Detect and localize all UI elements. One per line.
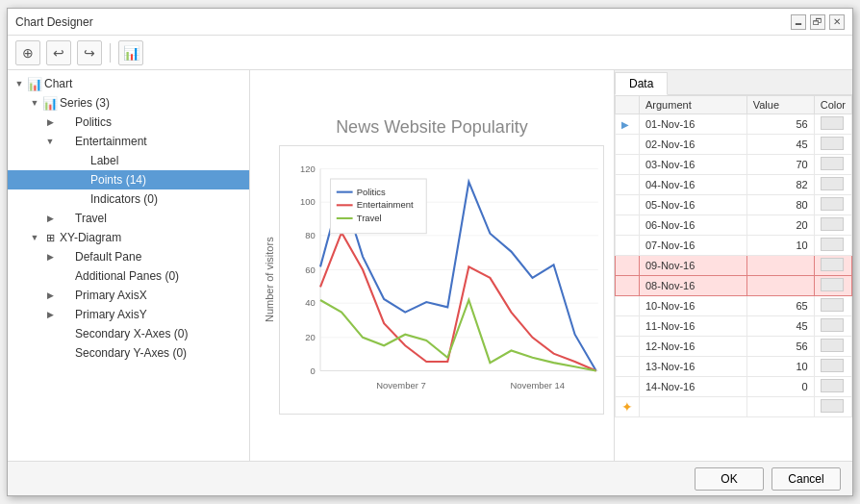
color-cell[interactable] — [814, 215, 851, 236]
color-cell[interactable] — [814, 114, 851, 135]
tree-item-politics[interactable]: ▶ Politics — [8, 113, 249, 132]
color-cell[interactable] — [814, 236, 851, 256]
color-cell[interactable] — [814, 337, 851, 357]
expand-entertainment[interactable]: ▼ — [42, 134, 58, 149]
tree-container[interactable]: ▼ 📊 Chart ▼ 📊 Series (3) ▶ Politics — [8, 70, 249, 461]
expand-xydiagram[interactable]: ▼ — [27, 230, 42, 245]
close-button[interactable]: ✕ — [829, 14, 845, 30]
row-arrow-cell — [616, 215, 640, 236]
tree-item-addpanes[interactable]: ▶ Additional Panes (0) — [8, 266, 249, 286]
value-cell: 82 — [746, 175, 814, 195]
expand-primaryx[interactable]: ▶ — [42, 288, 58, 303]
color-box[interactable] — [821, 339, 844, 352]
chart-icon-button[interactable]: 📊 — [118, 40, 143, 65]
table-row[interactable]: 02-Nov-1645 — [616, 135, 852, 155]
data-tabs: Data — [615, 70, 852, 95]
expand-primaryy[interactable]: ▶ — [42, 307, 58, 322]
color-cell[interactable] — [814, 316, 851, 337]
table-row[interactable]: 06-Nov-1620 — [616, 215, 852, 236]
tree-item-points14[interactable]: ▶ Points (14) — [8, 170, 249, 189]
argument-cell: 06-Nov-16 — [640, 215, 747, 236]
svg-text:80: 80 — [305, 229, 316, 239]
color-box[interactable] — [821, 197, 844, 211]
table-row[interactable]: 11-Nov-1645 — [616, 316, 852, 337]
color-box[interactable] — [821, 177, 844, 190]
argument-cell: 13-Nov-16 — [640, 357, 747, 377]
row-arrow-cell — [616, 276, 640, 296]
ok-button[interactable]: OK — [695, 467, 764, 491]
color-cell[interactable] — [814, 256, 851, 276]
tree-item-label[interactable]: ▶ Label — [8, 151, 249, 170]
tree-item-secondaryy[interactable]: ▶ Secondary Y-Axes (0) — [8, 343, 249, 363]
color-box[interactable] — [821, 116, 844, 130]
table-row[interactable]: 09-Nov-16 — [616, 256, 852, 276]
table-row[interactable]: 12-Nov-1656 — [616, 337, 852, 357]
color-cell[interactable] — [814, 175, 851, 195]
row-arrow-cell: ✦ — [616, 397, 640, 417]
color-cell[interactable] — [814, 195, 851, 215]
color-cell[interactable] — [814, 357, 851, 377]
col-color: Color — [814, 96, 851, 114]
row-arrow-cell — [616, 316, 640, 337]
color-box[interactable] — [821, 379, 844, 392]
expand-chart[interactable]: ▼ — [12, 76, 27, 91]
svg-text:0: 0 — [311, 365, 316, 375]
cancel-button[interactable]: Cancel — [771, 467, 841, 491]
tree-item-travel[interactable]: ▶ Travel — [8, 209, 249, 228]
chart-svg: 0 20 40 60 80 100 120 — [279, 145, 604, 415]
tree-item-secondaryx[interactable]: ▶ Secondary X-Axes (0) — [8, 324, 249, 343]
color-box[interactable] — [821, 278, 844, 291]
redo-button[interactable]: ↪ — [77, 40, 102, 65]
table-row[interactable]: 04-Nov-1682 — [616, 175, 852, 195]
data-grid[interactable]: Argument Value Color ▶01-Nov-165602-Nov-… — [615, 95, 852, 461]
color-box[interactable] — [821, 238, 844, 251]
undo-button[interactable]: ↩ — [46, 40, 71, 65]
table-row[interactable]: 13-Nov-1610 — [616, 357, 852, 377]
color-cell[interactable] — [814, 155, 851, 175]
minimize-button[interactable]: 🗕 — [791, 14, 806, 30]
tree-item-primaryx[interactable]: ▶ Primary AxisX — [8, 286, 249, 305]
chart-y-label: Number of visitors — [260, 145, 279, 415]
tree-item-indicators[interactable]: ▶ Indicators (0) — [8, 189, 249, 209]
table-row[interactable]: 10-Nov-1665 — [616, 296, 852, 316]
color-box[interactable] — [821, 137, 844, 150]
row-arrow-cell — [616, 135, 640, 155]
tree-item-entertainment[interactable]: ▼ Entertainment — [8, 132, 249, 151]
table-row[interactable]: ✦ — [616, 397, 852, 417]
color-box[interactable] — [821, 217, 844, 231]
color-cell[interactable] — [814, 276, 851, 296]
color-box[interactable] — [821, 359, 844, 372]
table-row[interactable]: ▶01-Nov-1656 — [616, 114, 852, 135]
color-box[interactable] — [821, 298, 844, 312]
color-box[interactable] — [821, 318, 844, 332]
travel-icon — [58, 211, 73, 226]
label-label: Label — [90, 154, 118, 167]
series-label: Series (3) — [60, 96, 110, 110]
color-box[interactable] — [821, 157, 844, 170]
tree-item-series[interactable]: ▼ 📊 Series (3) — [8, 93, 249, 113]
tree-item-defaultpane[interactable]: ▶ Default Pane — [8, 247, 249, 266]
svg-text:Entertainment: Entertainment — [357, 199, 414, 210]
tree-item-xydiagram[interactable]: ▼ ⊞ XY-Diagram — [8, 228, 249, 247]
tree-item-chart[interactable]: ▼ 📊 Chart — [8, 74, 249, 93]
maximize-button[interactable]: 🗗 — [810, 14, 825, 30]
color-box[interactable] — [821, 258, 844, 271]
add-button[interactable]: ⊕ — [15, 40, 40, 65]
chart-icon: 📊 — [123, 45, 139, 61]
expand-politics[interactable]: ▶ — [42, 114, 58, 130]
tree-item-primaryy[interactable]: ▶ Primary AxisY — [8, 305, 249, 324]
tab-data[interactable]: Data — [615, 72, 668, 95]
expand-defaultpane[interactable]: ▶ — [42, 249, 58, 265]
color-box[interactable] — [821, 399, 844, 413]
expand-travel[interactable]: ▶ — [42, 211, 58, 226]
table-row[interactable]: 14-Nov-160 — [616, 377, 852, 397]
table-row[interactable]: 07-Nov-1610 — [616, 236, 852, 256]
color-cell[interactable] — [814, 397, 851, 417]
expand-series[interactable]: ▼ — [27, 95, 42, 111]
color-cell[interactable] — [814, 296, 851, 316]
color-cell[interactable] — [814, 135, 851, 155]
table-row[interactable]: 05-Nov-1680 — [616, 195, 852, 215]
color-cell[interactable] — [814, 377, 851, 397]
table-row[interactable]: 03-Nov-1670 — [616, 155, 852, 175]
table-row[interactable]: 08-Nov-16 — [616, 276, 852, 296]
